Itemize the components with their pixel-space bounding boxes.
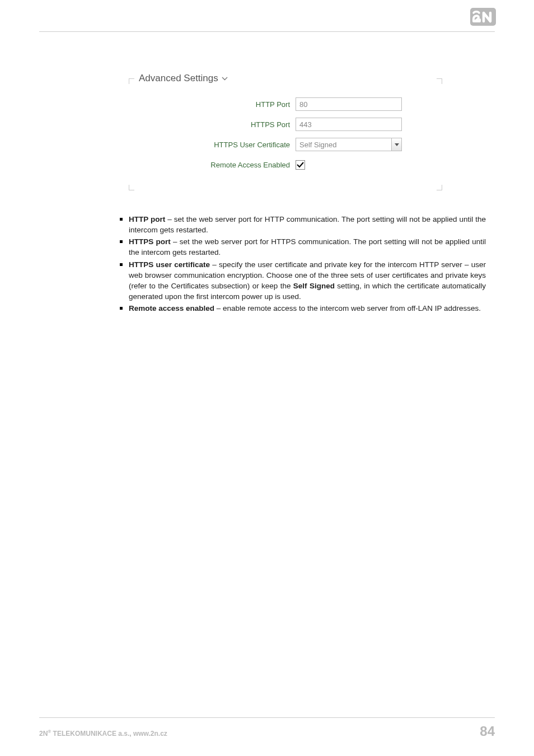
- list-item: HTTPS user certificate – specify the use…: [116, 259, 486, 302]
- description-list: HTTP port – set the web server port for …: [116, 214, 486, 314]
- footer-company: 2N® TELEKOMUNIKACE a.s., www.2n.cz: [39, 729, 167, 738]
- panel-title-row[interactable]: Advanced Settings: [139, 73, 228, 84]
- dropdown-arrow-icon: [391, 138, 401, 151]
- https-port-input[interactable]: [296, 118, 402, 131]
- https-cert-label: HTTPS User Certificate: [129, 141, 296, 149]
- checkmark-icon: [297, 162, 304, 168]
- advanced-settings-panel: Advanced Settings HTTP Port HTTPS Port H…: [129, 71, 442, 190]
- remote-access-label: Remote Access Enabled: [129, 161, 296, 169]
- list-item: HTTPS port – set the web server port for…: [116, 236, 486, 258]
- brand-logo-2n: [470, 8, 496, 26]
- https-cert-select[interactable]: Self Signed: [296, 138, 402, 151]
- list-item: Remote access enabled – enable remote ac…: [116, 303, 486, 314]
- http-port-label: HTTP Port: [129, 100, 296, 109]
- https-cert-value: Self Signed: [296, 141, 391, 149]
- panel-title: Advanced Settings: [139, 73, 218, 84]
- http-port-input[interactable]: [296, 97, 402, 111]
- page-number: 84: [480, 724, 495, 739]
- list-item: HTTP port – set the web server port for …: [116, 214, 486, 235]
- header-rule: [39, 31, 495, 32]
- page-footer: 2N® TELEKOMUNIKACE a.s., www.2n.cz 84: [39, 717, 495, 739]
- https-port-label: HTTPS Port: [129, 120, 296, 129]
- remote-access-checkbox[interactable]: [296, 160, 305, 170]
- chevron-down-icon: [222, 77, 228, 81]
